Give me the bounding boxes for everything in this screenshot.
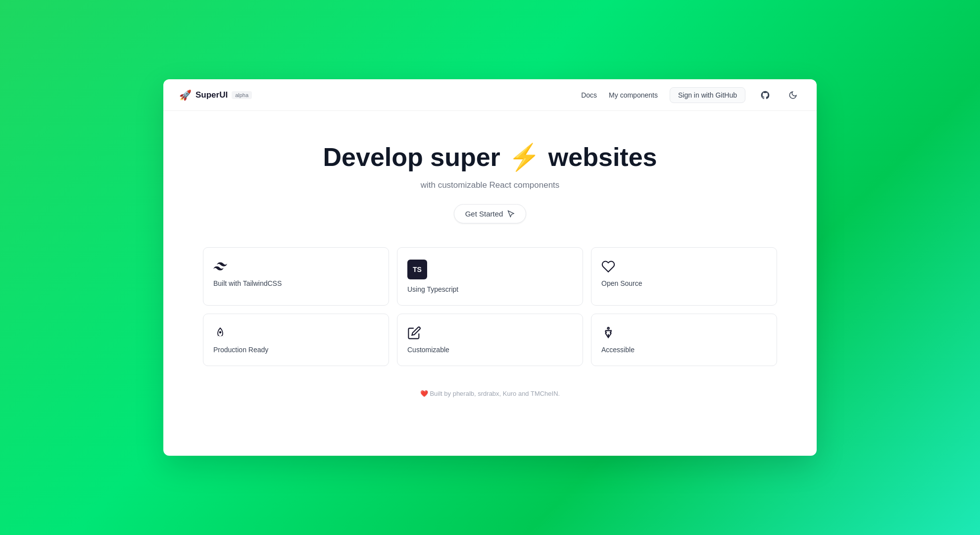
github-icon-button[interactable]: [757, 87, 773, 103]
features-grid: Built with TailwindCSS TS Using Typescri…: [163, 247, 817, 382]
nav-my-components-link[interactable]: My components: [609, 91, 658, 99]
tailwind-icon: [213, 260, 379, 273]
cursor-icon: [507, 210, 515, 217]
alpha-badge: alpha: [232, 91, 252, 99]
github-icon: [760, 90, 770, 100]
get-started-label: Get Started: [465, 210, 503, 218]
navbar: 🚀 SuperUI alpha Docs My components Sign …: [163, 79, 817, 111]
feature-card-typescript: TS Using Typescript: [397, 247, 583, 306]
feature-label-typescript: Using Typescript: [407, 285, 573, 293]
feature-card-opensource: Open Source: [591, 247, 777, 306]
brand-name: SuperUI: [196, 90, 228, 100]
nav-actions: Docs My components Sign in with GitHub: [581, 87, 801, 103]
pen-icon: [407, 326, 573, 340]
brand-logo-icon: 🚀: [179, 89, 192, 101]
svg-point-0: [607, 327, 609, 329]
moon-icon: [788, 91, 797, 100]
feature-card-tailwind: Built with TailwindCSS: [203, 247, 389, 306]
hero-subtitle: with customizable React components: [421, 180, 560, 190]
footer: ❤️ Built by pheralb, srdrabx, Kuro and T…: [163, 382, 817, 411]
feature-label-customizable: Customizable: [407, 346, 573, 354]
heart-emoji: ❤️: [420, 390, 428, 397]
theme-toggle-button[interactable]: [785, 87, 801, 103]
feature-label-accessible: Accessible: [601, 346, 767, 354]
feature-card-accessible: Accessible: [591, 314, 777, 366]
nav-brand: 🚀 SuperUI alpha: [179, 89, 252, 101]
lightning-bolt-icon: ⚡: [508, 143, 540, 172]
feature-card-production: Production Ready: [203, 314, 389, 366]
feature-label-production: Production Ready: [213, 346, 379, 354]
nav-docs-link[interactable]: Docs: [581, 91, 597, 99]
heart-icon: [601, 260, 767, 273]
feature-card-customizable: Customizable: [397, 314, 583, 366]
feature-label-tailwind: Built with TailwindCSS: [213, 279, 379, 287]
typescript-icon: TS: [407, 260, 573, 279]
footer-text: Built by pheralb, srdrabx, Kuro and TMCh…: [430, 390, 560, 397]
hero-section: Develop super ⚡ websites with customizab…: [163, 111, 817, 247]
feature-label-opensource: Open Source: [601, 279, 767, 287]
rocket-icon: [213, 326, 379, 340]
get-started-button[interactable]: Get Started: [454, 204, 527, 223]
ts-badge: TS: [407, 260, 427, 279]
main-window: 🚀 SuperUI alpha Docs My components Sign …: [163, 79, 817, 456]
hero-title-end: websites: [548, 143, 657, 172]
accessible-icon: [601, 326, 767, 340]
hero-title-start: Develop super: [323, 143, 500, 172]
hero-title: Develop super ⚡ websites: [323, 143, 657, 172]
sign-in-github-button[interactable]: Sign in with GitHub: [670, 87, 745, 103]
